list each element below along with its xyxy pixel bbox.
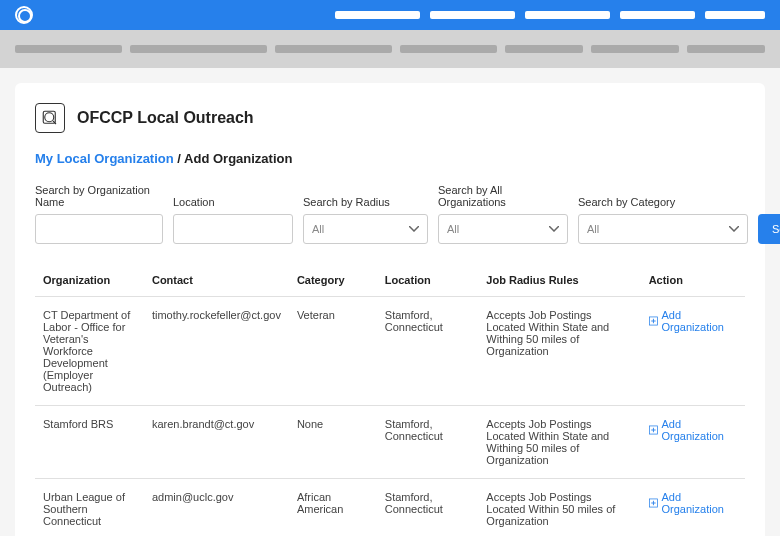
cell-category: Veteran [289, 297, 377, 406]
category-select[interactable]: All [578, 214, 748, 244]
th-organization: Organization [35, 264, 144, 297]
cell-org: CT Department of Labor - Office for Vete… [35, 297, 144, 406]
subnav-item[interactable] [591, 45, 679, 53]
logo-icon[interactable] [15, 6, 33, 24]
search-org-name-input[interactable] [35, 214, 163, 244]
topbar [0, 0, 780, 30]
main-card: OFCCP Local Outreach My Local Organizati… [15, 83, 765, 536]
subbar [0, 30, 780, 68]
cell-category: None [289, 406, 377, 479]
add-organization-link[interactable]: Add Organization [649, 309, 737, 333]
cell-contact: admin@uclc.gov [144, 479, 289, 537]
filter-label-radius: Search by Radius [303, 196, 428, 208]
cell-category: African American [289, 479, 377, 537]
subnav-item[interactable] [275, 45, 392, 53]
page-title: OFCCP Local Outreach [77, 109, 254, 127]
topbar-nav [335, 11, 765, 19]
svg-point-0 [45, 113, 54, 122]
nav-item[interactable] [705, 11, 765, 19]
table-row: Stamford BRS karen.brandt@ct.gov None St… [35, 406, 745, 479]
cell-rules: Accepts Job Postings Located Within Stat… [478, 297, 640, 406]
subnav-item[interactable] [687, 45, 765, 53]
nav-item[interactable] [620, 11, 695, 19]
cell-rules: Accepts Job Postings Located Within Stat… [478, 406, 640, 479]
location-input[interactable] [173, 214, 293, 244]
add-organization-link[interactable]: Add Organization [649, 491, 737, 515]
th-contact: Contact [144, 264, 289, 297]
breadcrumb: My Local Organization / Add Organization [35, 151, 745, 166]
search-button[interactable]: Search [758, 214, 780, 244]
page-icon [35, 103, 65, 133]
filters: Search by Organization Name Location Sea… [35, 184, 745, 244]
radius-select[interactable]: All [303, 214, 428, 244]
th-action: Action [641, 264, 745, 297]
table-row: Urban League of Southern Connecticut adm… [35, 479, 745, 537]
filter-label-location: Location [173, 196, 293, 208]
cell-location: Stamford, Connecticut [377, 406, 479, 479]
cell-org: Urban League of Southern Connecticut [35, 479, 144, 537]
filter-label-category: Search by Category [578, 196, 748, 208]
subnav-item[interactable] [400, 45, 498, 53]
breadcrumb-sep: / [177, 151, 181, 166]
breadcrumb-current: Add Organization [184, 151, 292, 166]
all-orgs-select[interactable]: All [438, 214, 568, 244]
nav-item[interactable] [430, 11, 515, 19]
results-table: Organization Contact Category Location J… [35, 264, 745, 536]
th-category: Category [289, 264, 377, 297]
th-rules: Job Radius Rules [478, 264, 640, 297]
subnav-item[interactable] [505, 45, 583, 53]
nav-item[interactable] [335, 11, 420, 19]
table-row: CT Department of Labor - Office for Vete… [35, 297, 745, 406]
cell-contact: timothy.rockefeller@ct.gov [144, 297, 289, 406]
add-organization-link[interactable]: Add Organization [649, 418, 737, 442]
subnav-item[interactable] [15, 45, 122, 53]
subnav-item[interactable] [130, 45, 267, 53]
cell-contact: karen.brandt@ct.gov [144, 406, 289, 479]
th-location: Location [377, 264, 479, 297]
filter-label-org-name: Search by Organization Name [35, 184, 163, 208]
breadcrumb-link[interactable]: My Local Organization [35, 151, 174, 166]
cell-location: Stamford, Connecticut [377, 479, 479, 537]
cell-org: Stamford BRS [35, 406, 144, 479]
cell-location: Stamford, Connecticut [377, 297, 479, 406]
nav-item[interactable] [525, 11, 610, 19]
filter-label-all-orgs: Search by All Organizations [438, 184, 568, 208]
cell-rules: Accepts Job Postings Located Within 50 m… [478, 479, 640, 537]
